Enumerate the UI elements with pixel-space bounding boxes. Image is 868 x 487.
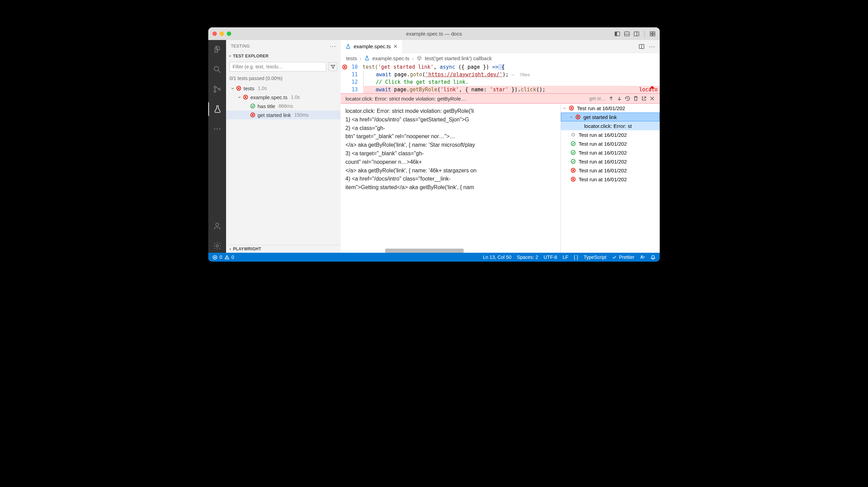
test-node-file[interactable]: › example.spec.ts 1.0s: [226, 93, 341, 102]
ring-icon: [570, 132, 576, 137]
panel-left-icon[interactable]: [614, 31, 620, 37]
filter-row: [226, 60, 341, 74]
test-run[interactable]: Test run at 16/01/202: [561, 175, 660, 184]
svg-rect-6: [650, 32, 652, 34]
panel-bottom-icon[interactable]: [624, 31, 630, 37]
test-node-label: has title: [258, 103, 275, 109]
code-editor[interactable]: 10 test('get started link', async ({ pag…: [341, 63, 660, 93]
pass-icon: [250, 103, 255, 109]
breadcrumb-symbol[interactable]: test('get started link') callback: [425, 55, 492, 61]
down-arrow-icon[interactable]: [617, 96, 622, 101]
status-eol[interactable]: LF: [563, 254, 568, 260]
test-run-item[interactable]: › get started link: [561, 113, 660, 121]
more-icon[interactable]: [208, 122, 226, 136]
chevron-down-icon: ›: [237, 96, 243, 98]
test-tree: › tests 1.0s › example.spec.ts 1.0s has …: [226, 83, 341, 245]
pass-icon: [570, 141, 576, 146]
breadcrumb-file[interactable]: example.spec.ts: [372, 55, 409, 61]
breadcrumb[interactable]: tests › example.spec.ts › test('get star…: [341, 53, 660, 63]
sidebar-title-text: TESTING: [231, 44, 250, 49]
trash-icon[interactable]: [633, 96, 639, 101]
split-editor-icon[interactable]: [639, 43, 645, 50]
svg-rect-7: [653, 32, 655, 34]
settings-icon[interactable]: [208, 239, 226, 253]
status-problems[interactable]: 0 0: [212, 254, 234, 260]
source-control-icon[interactable]: [208, 82, 226, 96]
svg-rect-8: [650, 34, 652, 36]
breadcrumb-folder[interactable]: tests: [346, 55, 357, 61]
inline-error-header: locator.click: Error: strict mode violat…: [341, 93, 660, 104]
svg-point-14: [219, 88, 220, 90]
filter-input[interactable]: [229, 62, 326, 71]
chevron-down-icon: ›: [228, 55, 233, 57]
test-run[interactable]: Test run at 16/01/202: [561, 157, 660, 166]
up-arrow-icon[interactable]: [608, 96, 614, 101]
test-node-root[interactable]: › tests 1.0s: [226, 84, 341, 93]
fail-icon: [250, 112, 255, 118]
svg-point-16: [216, 128, 218, 129]
layout-grid-icon[interactable]: [649, 31, 656, 37]
sidebar: TESTING ⋯ › TEST EXPLORER 0/1 tests pass…: [226, 40, 341, 253]
pass-icon: [570, 159, 576, 164]
error-details[interactable]: locator.click: Error: strict mode violat…: [341, 104, 561, 253]
test-node-get-started[interactable]: get started link 150ms: [226, 110, 341, 119]
search-icon[interactable]: [208, 63, 226, 76]
fail-gutter-icon[interactable]: [342, 64, 347, 70]
status-language[interactable]: TypeScript: [584, 254, 606, 260]
check-icon: [612, 255, 617, 260]
test-node-duration: 866ms: [279, 103, 293, 109]
test-explorer-section[interactable]: › TEST EXPLORER: [226, 52, 341, 60]
test-node-has-title[interactable]: has title 866ms: [226, 102, 341, 110]
test-run[interactable]: Test run at 16/01/202: [561, 148, 660, 157]
test-runs-panel: › Test run at 16/01/202 › get started li…: [561, 104, 660, 253]
window-title: example.spec.ts — docs: [208, 31, 660, 37]
titlebar-layout-controls: [614, 31, 656, 37]
test-pass-summary: 0/1 tests passed (0.00%): [226, 74, 341, 83]
line-number: 12: [349, 78, 363, 86]
status-encoding[interactable]: UTF-8: [543, 254, 557, 260]
editor-more-icon[interactable]: ⋯: [649, 43, 655, 50]
history-icon[interactable]: [625, 96, 630, 101]
tab-actions: ⋯: [634, 40, 660, 53]
playwright-section[interactable]: › PLAYWRIGHT: [226, 245, 341, 253]
test-explorer-label: TEST EXPLORER: [233, 54, 268, 58]
flask-icon: [364, 55, 370, 61]
fail-icon: [570, 176, 576, 182]
svg-point-17: [219, 128, 220, 129]
test-node-label: tests: [244, 85, 254, 91]
testing-icon[interactable]: [208, 102, 226, 116]
sidebar-more-icon[interactable]: ⋯: [330, 42, 336, 50]
close-icon[interactable]: [649, 96, 655, 101]
chevron-down-icon: ›: [230, 88, 236, 89]
filter-icon[interactable]: [328, 62, 337, 71]
test-run[interactable]: Test run at 16/01/202: [561, 139, 660, 148]
test-node-duration: 1.0s: [291, 94, 300, 100]
account-icon[interactable]: [208, 219, 226, 233]
status-prettier[interactable]: Prettier: [612, 254, 634, 260]
test-node-label: example.spec.ts: [250, 94, 287, 100]
status-cursor-pos[interactable]: Ln 13, Col 50: [483, 254, 511, 260]
fail-icon: [236, 85, 241, 91]
close-window-button[interactable]: [212, 31, 217, 36]
flask-icon: [345, 44, 351, 49]
inline-error-sub: get st…: [589, 96, 606, 101]
test-run[interactable]: Test run at 16/01/202: [561, 166, 660, 175]
test-run[interactable]: Test run at 16/01/202: [561, 130, 660, 139]
svg-point-13: [214, 91, 216, 92]
status-bell-icon[interactable]: [650, 255, 656, 260]
test-run[interactable]: › Test run at 16/01/202: [561, 104, 660, 113]
horizontal-scrollbar[interactable]: [385, 249, 464, 253]
line-number: 11: [349, 71, 363, 78]
sidebar-title: TESTING ⋯: [226, 40, 341, 52]
test-run-message[interactable]: locator.click: Error: st: [561, 121, 660, 130]
status-indent[interactable]: Spaces: 2: [517, 254, 538, 260]
zoom-window-button[interactable]: [227, 31, 231, 36]
close-tab-icon[interactable]: ✕: [393, 43, 398, 50]
panel-right-icon[interactable]: [633, 31, 640, 37]
tab-example-spec[interactable]: example.spec.ts ✕: [341, 40, 403, 53]
open-external-icon[interactable]: [641, 96, 647, 101]
minimize-window-button[interactable]: [220, 31, 224, 36]
status-braces-icon[interactable]: { }: [574, 254, 578, 260]
explorer-icon[interactable]: [208, 43, 226, 56]
status-feedback-icon[interactable]: [640, 255, 645, 260]
